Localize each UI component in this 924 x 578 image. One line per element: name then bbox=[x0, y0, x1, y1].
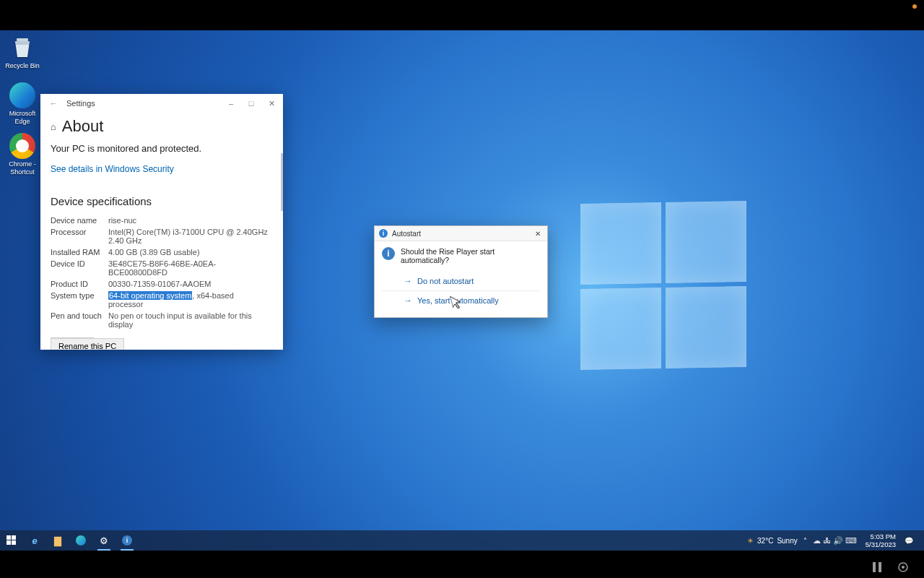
svg-rect-5 bbox=[873, 562, 876, 572]
home-icon: ⌂ bbox=[51, 121, 56, 132]
start-button[interactable] bbox=[0, 530, 23, 551]
settings-taskbar-icon[interactable]: ⚙ bbox=[92, 530, 116, 551]
back-button[interactable]: ← bbox=[46, 99, 61, 108]
device-specs-table: Device namerise-nuc ProcessorIntel(R) Co… bbox=[51, 215, 273, 330]
svg-rect-4 bbox=[12, 540, 16, 545]
onedrive-tray-icon[interactable]: ☁ bbox=[813, 536, 821, 545]
page-title: About bbox=[62, 117, 104, 136]
svg-rect-2 bbox=[12, 535, 16, 540]
dialog-title: Autostart bbox=[392, 230, 421, 238]
info-icon: i bbox=[382, 247, 395, 260]
windows-security-link[interactable]: See details in Windows Security bbox=[51, 164, 174, 174]
dialog-close-button[interactable]: ✕ bbox=[531, 230, 544, 238]
record-indicator bbox=[912, 4, 917, 9]
autostart-dialog: i Autostart ✕ i Should the Rise Player s… bbox=[374, 225, 548, 318]
network-tray-icon[interactable]: 🖧 bbox=[823, 536, 831, 545]
close-button[interactable]: ✕ bbox=[261, 94, 282, 113]
clock[interactable]: 5:03 PM 5/31/2023 bbox=[863, 532, 899, 548]
svg-rect-6 bbox=[879, 562, 881, 572]
edge-icon[interactable]: Microsoft Edge bbox=[3, 82, 42, 126]
selected-text: 64-bit operating system bbox=[108, 291, 192, 300]
taskbar: e ▇ ⚙ i ☀ 32°C Sunny ˄ ☁ 🖧 🔊 ⌨ 5:03 PM 5… bbox=[0, 530, 924, 551]
icon-label: Chrome - Shortcut bbox=[3, 160, 42, 176]
weather-widget[interactable]: ☀ 32°C Sunny bbox=[747, 537, 798, 545]
edge-taskbar-icon[interactable] bbox=[69, 530, 92, 551]
ie-taskbar-icon[interactable]: e bbox=[23, 530, 46, 551]
language-tray-icon[interactable]: ⌨ bbox=[845, 536, 857, 545]
scrollbar[interactable] bbox=[281, 153, 283, 211]
window-title: Settings bbox=[66, 99, 95, 108]
video-pause-button[interactable] bbox=[871, 561, 884, 574]
svg-rect-3 bbox=[6, 540, 11, 545]
option-do-not-autostart[interactable]: → Do not autostart bbox=[382, 272, 540, 290]
riseplayer-taskbar-icon[interactable]: i bbox=[116, 530, 139, 551]
icon-label: Microsoft Edge bbox=[3, 110, 42, 126]
info-icon: i bbox=[379, 229, 388, 238]
minimize-button[interactable]: – bbox=[221, 94, 241, 113]
dialog-question: Should the Rise Player start automatical… bbox=[401, 247, 540, 264]
rename-pc-button[interactable]: Rename this PC bbox=[51, 338, 124, 350]
svg-rect-1 bbox=[6, 535, 11, 540]
svg-point-8 bbox=[902, 566, 905, 569]
option-yes-autostart[interactable]: → Yes, start automatically bbox=[382, 290, 540, 310]
desktop[interactable]: Recycle Bin Microsoft Edge Chrome - Shor… bbox=[0, 30, 924, 551]
video-settings-button[interactable] bbox=[897, 561, 910, 574]
windows-wallpaper-logo bbox=[580, 201, 746, 370]
maximize-button[interactable]: □ bbox=[241, 94, 261, 113]
protection-status-text: Your PC is monitored and protected. bbox=[51, 143, 273, 154]
action-center-icon[interactable]: 💬 bbox=[905, 537, 913, 545]
arrow-right-icon: → bbox=[404, 296, 412, 306]
arrow-right-icon: → bbox=[404, 276, 412, 286]
volume-tray-icon[interactable]: 🔊 bbox=[833, 536, 843, 545]
device-specs-heading: Device specifications bbox=[51, 195, 273, 207]
recycle-bin-icon[interactable]: Recycle Bin bbox=[3, 35, 42, 70]
icon-label: Recycle Bin bbox=[3, 62, 42, 70]
sun-icon: ☀ bbox=[747, 537, 754, 545]
settings-window: ← Settings – □ ✕ ⌂ About Your PC is moni… bbox=[40, 94, 283, 350]
svg-rect-0 bbox=[17, 38, 28, 41]
chrome-shortcut-icon[interactable]: Chrome - Shortcut bbox=[3, 133, 42, 176]
file-explorer-taskbar-icon[interactable]: ▇ bbox=[46, 530, 69, 551]
tray-chevron-up-icon[interactable]: ˄ bbox=[803, 537, 807, 545]
